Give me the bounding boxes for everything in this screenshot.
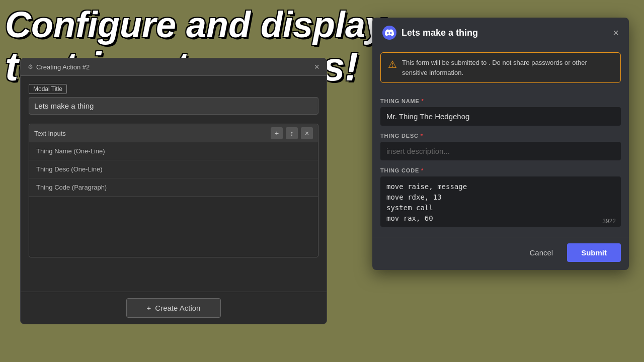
warning-text: This form will be submitted to . Do not … xyxy=(402,58,613,77)
remove-input-button[interactable]: × xyxy=(301,127,313,139)
required-star: * xyxy=(421,133,423,139)
right-modal-header: Lets make a thing × xyxy=(372,18,629,46)
text-inputs-header: Text Inputs + ↕ × xyxy=(29,124,318,142)
right-modal-close-button[interactable]: × xyxy=(613,27,619,39)
left-modal-header: ⚙ Creating Action #2 × xyxy=(21,58,327,76)
text-inputs-controls: + ↕ × xyxy=(271,127,313,139)
field-label-thing-code: THING CODE * xyxy=(380,167,621,173)
list-item[interactable]: Thing Code (Paragraph) xyxy=(29,178,318,197)
thing-code-wrapper: move raise, message move rdxe, 13 system… xyxy=(380,176,621,229)
right-modal-title-area: Lets make a thing xyxy=(382,26,478,40)
submit-button[interactable]: Submit xyxy=(567,243,621,262)
char-count: 3922 xyxy=(602,218,616,225)
required-star: * xyxy=(421,167,424,173)
list-item[interactable]: Thing Name (One-Line) xyxy=(29,142,318,160)
right-modal-footer: Cancel Submit xyxy=(372,237,629,270)
thing-code-textarea[interactable]: move raise, message move rdxe, 13 system… xyxy=(380,176,621,227)
text-inputs-label: Text Inputs xyxy=(34,130,66,137)
text-inputs-section: Text Inputs + ↕ × Thing Name (One-Line) … xyxy=(29,124,318,257)
cancel-button[interactable]: Cancel xyxy=(521,244,561,261)
left-modal-title: ⚙ Creating Action #2 xyxy=(28,63,90,71)
bg-title-line1: Configure and display xyxy=(5,5,385,45)
create-action-plus: + xyxy=(147,304,151,312)
move-input-button[interactable]: ↕ xyxy=(286,127,298,139)
list-item[interactable]: Thing Desc (One-Line) xyxy=(29,160,318,178)
right-modal: Lets make a thing × ⚠ This form will be … xyxy=(372,18,629,270)
right-modal-body: THING NAME * THING DESC * THING CODE * m… xyxy=(372,89,629,237)
discord-icon xyxy=(382,26,396,40)
left-modal-footer: + Create Action xyxy=(21,292,327,324)
left-modal: ⚙ Creating Action #2 × Modal Title Text … xyxy=(20,58,327,324)
add-input-button[interactable]: + xyxy=(271,127,283,139)
thing-desc-input[interactable] xyxy=(380,142,621,160)
right-modal-title-text: Lets make a thing xyxy=(401,28,478,38)
warning-banner: ⚠ This form will be submitted to . Do no… xyxy=(380,52,621,83)
left-modal-title-text: Creating Action #2 xyxy=(36,63,90,71)
cog-icon: ⚙ xyxy=(28,63,33,70)
left-modal-close-button[interactable]: × xyxy=(314,62,319,71)
thing-name-input[interactable] xyxy=(380,107,621,126)
required-star: * xyxy=(422,98,424,104)
warning-icon: ⚠ xyxy=(388,58,397,70)
create-action-button[interactable]: + Create Action xyxy=(126,298,221,318)
create-action-label: Create Action xyxy=(155,304,200,312)
modal-title-input[interactable] xyxy=(29,97,318,115)
field-label-thing-desc: THING DESC * xyxy=(380,133,621,139)
empty-drop-area xyxy=(29,197,318,257)
field-label-thing-name: THING NAME * xyxy=(380,98,621,104)
modal-title-label: Modal Title xyxy=(29,84,67,94)
left-modal-body: Modal Title Text Inputs + ↕ × Thing Name… xyxy=(21,76,327,265)
